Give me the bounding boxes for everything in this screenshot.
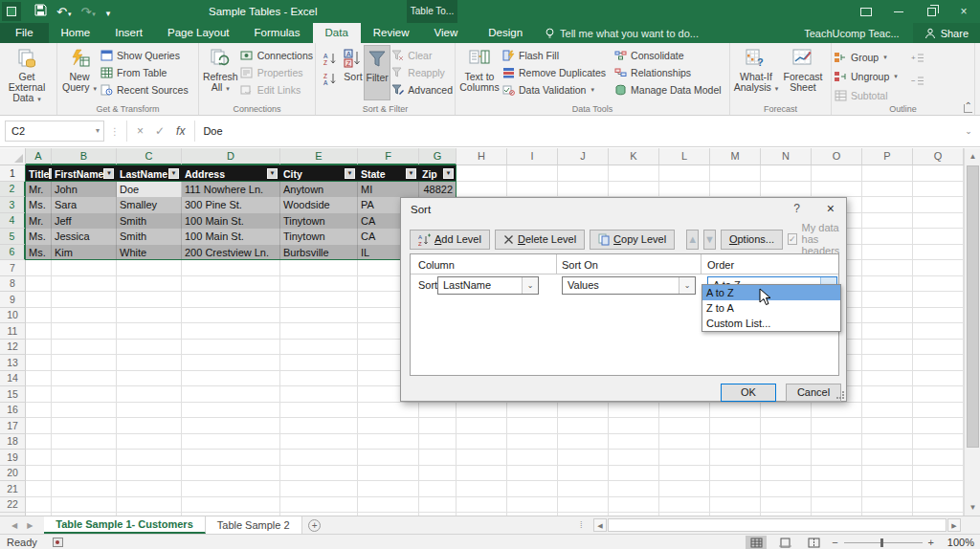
sheet-tab-customers[interactable]: Table Sample 1- Customers [44,516,205,534]
record-macro-icon[interactable] [53,538,63,547]
row-header-7[interactable]: 7 [0,260,26,276]
table-header-lastname[interactable]: LastName▼ [117,165,182,182]
column-header-E[interactable]: E [280,148,358,165]
table-header-title[interactable]: Title▼ [26,165,52,182]
filter-dropdown-icon[interactable]: ▼ [345,168,355,179]
table-cell[interactable]: Smith [117,213,182,230]
zoom-slider-thumb[interactable] [880,538,883,547]
table-header-firstname[interactable]: FirstName▼ [52,165,117,182]
tell-me-box[interactable]: Tell me what you want to do... [545,23,699,43]
row-header-5[interactable]: 5 [0,229,26,245]
collapse-ribbon-icon[interactable]: ⌃ [965,100,972,111]
table-cell[interactable]: 100 Main St. [182,213,280,230]
tab-page-layout[interactable]: Page Layout [155,23,242,43]
move-level-up-button[interactable]: ▲ [686,230,699,250]
show-queries-button[interactable]: Show Queries [100,48,189,63]
column-header-L[interactable]: L [659,148,710,165]
relationships-button[interactable]: Relationships [613,65,722,80]
filter-dropdown-icon[interactable]: ▼ [443,168,454,179]
sort-button[interactable]: AZ Sort [343,45,364,100]
cancel-entry-icon[interactable]: × [137,124,144,138]
cancel-button[interactable]: Cancel [786,384,841,402]
copy-level-button[interactable]: Copy Level [590,230,675,250]
refresh-all-button[interactable]: Refresh All ▾ [201,45,240,100]
column-header-C[interactable]: C [117,148,182,165]
sort-by-column-select[interactable]: LastName⌄ [437,276,539,295]
forecast-sheet-button[interactable]: Forecast Sheet [780,45,826,100]
column-header-H[interactable]: H [457,148,507,165]
add-level-button[interactable]: AZ Add Level [410,230,490,250]
sort-on-select[interactable]: Values⌄ [562,276,696,295]
clear-filter-button[interactable]: Clear [390,48,453,63]
remove-duplicates-button[interactable]: Remove Duplicates [501,65,606,80]
filter-dropdown-icon[interactable]: ▼ [267,168,278,179]
table-cell[interactable]: 100 Main St. [182,229,280,245]
vertical-scrollbar[interactable]: ▲ ▼ [964,148,980,516]
what-if-analysis-button[interactable]: ? What-If Analysis ▾ [732,45,780,100]
ungroup-button[interactable]: Ungroup ▾ [834,69,898,84]
zoom-in-icon[interactable]: + [928,537,934,548]
tab-design[interactable]: Design [476,23,535,43]
reapply-filter-button[interactable]: Reapply [390,65,453,80]
properties-button[interactable]: Properties [240,65,313,80]
redo-icon[interactable]: ↷▾ [80,5,95,19]
row-header-3[interactable]: 3 [0,197,26,213]
dialog-close-icon[interactable]: × [827,201,835,216]
table-cell[interactable]: MI [358,182,419,198]
ribbon-display-options-icon[interactable] [850,0,882,23]
edit-links-button[interactable]: Edit Links [240,82,313,98]
text-to-columns-button[interactable]: Text to Columns [457,45,501,100]
tab-file[interactable]: File [0,23,49,43]
share-button[interactable]: Share [913,23,980,43]
row-header-19[interactable]: 19 [0,450,26,466]
customize-qat-icon[interactable]: ▾ [105,5,111,19]
select-all-corner[interactable] [0,148,26,165]
new-sheet-button[interactable]: + [302,516,327,534]
table-cell[interactable]: Mr. [26,182,52,198]
table-cell[interactable]: John [52,182,117,198]
tab-formulas[interactable]: Formulas [242,23,313,43]
save-icon[interactable] [34,4,47,19]
table-cell[interactable]: 200 Crestview Ln. [182,245,280,261]
subtotal-button[interactable]: Subtotal [834,88,898,103]
filter-dropdown-icon[interactable]: ▼ [103,168,114,179]
account-name[interactable]: TeachUcomp Teac... [804,28,899,39]
column-header-N[interactable]: N [761,148,812,165]
sheet-tab-sample2[interactable]: Table Sample 2 [206,516,302,534]
row-header-16[interactable]: 16 [0,403,26,419]
delete-level-button[interactable]: Delete Level [495,230,585,250]
table-header-state[interactable]: State▼ [358,165,419,182]
row-header-12[interactable]: 12 [0,340,26,356]
table-cell[interactable]: Smalley [117,197,182,213]
horizontal-scrollbar[interactable]: ◀ ▶ [593,518,961,532]
expand-formula-bar-icon[interactable]: ⌄ [957,126,980,136]
column-header-I[interactable]: I [507,148,558,165]
table-cell[interactable]: Sara [52,197,117,213]
new-query-button[interactable]: New Query ▾ [59,45,100,100]
name-box-dropdown-icon[interactable]: ▾ [96,121,100,141]
row-header-15[interactable]: 15 [0,386,26,403]
minimize-icon[interactable] [882,0,915,23]
table-cell[interactable]: Tinytown [280,213,358,230]
table-cell[interactable]: Woodside [280,197,358,213]
table-cell[interactable]: Tinytown [280,229,358,245]
row-header-4[interactable]: 4 [0,213,26,230]
column-header-F[interactable]: F [358,148,419,165]
row-header-18[interactable]: 18 [0,434,26,450]
filter-button[interactable]: Filter [364,45,390,100]
table-cell[interactable]: Ms. [26,245,52,261]
zoom-slider[interactable] [844,542,923,543]
row-header-21[interactable]: 21 [0,481,26,497]
table-cell[interactable]: Kim [52,245,117,261]
order-option[interactable]: Custom List... [702,316,840,331]
recent-sources-button[interactable]: Recent Sources [100,82,189,98]
row-header-1[interactable]: 1 [0,165,26,182]
column-header-D[interactable]: D [182,148,280,165]
consolidate-button[interactable]: Consolidate [613,48,722,63]
table-cell[interactable]: Anytown [280,182,358,198]
filter-dropdown-icon[interactable]: ▼ [168,168,179,179]
tab-review[interactable]: Review [361,23,422,43]
scroll-right-icon[interactable]: ▶ [947,518,961,532]
row-header-22[interactable]: 22 [0,497,26,514]
table-cell[interactable]: Smith [117,229,182,245]
